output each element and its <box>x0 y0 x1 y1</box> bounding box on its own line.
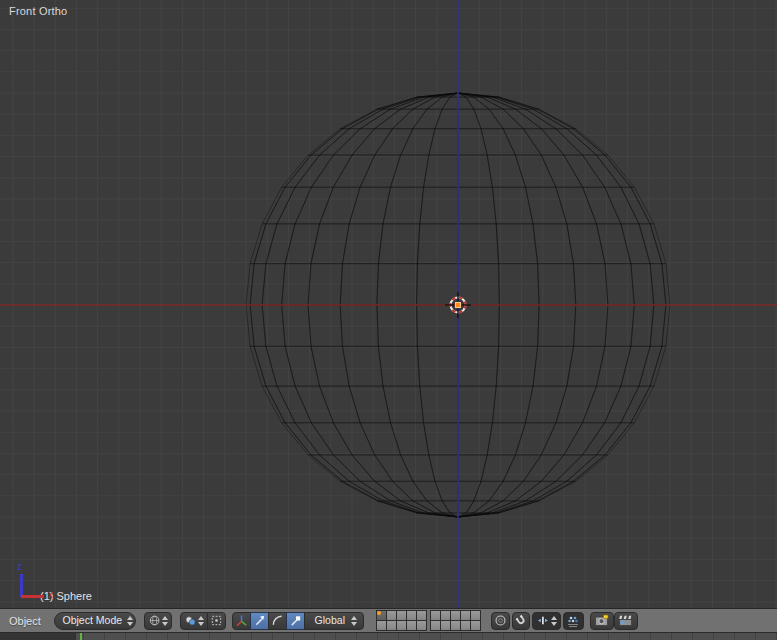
snap-target-button[interactable] <box>563 612 584 630</box>
layer-cell[interactable] <box>397 611 406 620</box>
snap-toggle-button[interactable] <box>512 612 530 630</box>
mode-dropdown-label: Object Mode <box>59 614 127 627</box>
camera-icon <box>594 614 609 627</box>
3d-viewport[interactable]: Front Ortho (1) Sphere z x <box>0 0 777 608</box>
layer-cell[interactable] <box>407 611 416 620</box>
layer-cell[interactable] <box>461 611 470 620</box>
layer-cell[interactable] <box>387 621 396 630</box>
timeline-strip[interactable] <box>0 633 777 640</box>
opengl-render-image-button[interactable] <box>590 612 614 630</box>
magnet-icon <box>515 614 527 627</box>
gizmo-x-axis <box>21 595 44 598</box>
layer-object-dot <box>377 611 381 615</box>
layer-cell[interactable] <box>471 611 480 620</box>
layer-cell[interactable] <box>417 611 426 620</box>
object-menu[interactable]: Object <box>9 615 41 627</box>
snap-element-dropdown[interactable] <box>532 612 561 630</box>
manipulator-translate-toggle[interactable] <box>250 612 269 630</box>
chevron-updown-icon <box>127 614 133 628</box>
snap-increment-icon <box>537 614 549 627</box>
scale-icon <box>289 614 302 627</box>
viewport-shading-dropdown[interactable] <box>144 612 172 630</box>
translate-arrow-icon <box>253 614 266 627</box>
layer-cell[interactable] <box>377 611 386 620</box>
layer-cell[interactable] <box>451 611 460 620</box>
viewport-canvas <box>0 0 777 612</box>
manipulator-axis-icon <box>235 614 248 627</box>
timeline-prerange <box>0 633 76 640</box>
manipulator-scale-toggle[interactable] <box>286 612 305 630</box>
blender-window: Front Ortho (1) Sphere z x Object Object… <box>0 0 777 640</box>
manipulator-rotate-toggle[interactable] <box>268 612 287 630</box>
layer-cell[interactable] <box>431 611 440 620</box>
chevron-updown-icon <box>350 614 359 628</box>
layer-cell[interactable] <box>471 621 480 630</box>
manipulate-center-points-toggle[interactable] <box>207 612 226 630</box>
layer-cell[interactable] <box>441 621 450 630</box>
gizmo-x-label: x <box>48 589 53 600</box>
layer-cell[interactable] <box>431 621 440 630</box>
snap-grid-ball-icon <box>566 614 580 628</box>
pivot-point-dropdown[interactable] <box>180 612 208 630</box>
viewport-shading-globe-icon <box>149 614 160 627</box>
layer-cell[interactable] <box>397 621 406 630</box>
manipulator-toggle[interactable] <box>232 612 251 630</box>
layer-cell[interactable] <box>417 621 426 630</box>
transform-orientation-dropdown[interactable]: Global <box>304 612 364 630</box>
chevron-updown-icon <box>550 614 558 628</box>
pivot-median-point-icon <box>185 614 196 627</box>
chevron-updown-icon <box>161 614 169 628</box>
chevron-updown-icon <box>197 614 205 628</box>
proportional-editing-button[interactable] <box>491 612 510 630</box>
orientation-label: Global <box>311 614 349 627</box>
rotate-arc-icon <box>271 614 284 627</box>
layer-cell[interactable] <box>441 611 450 620</box>
mini-axis-gizmo: z x <box>0 560 70 608</box>
layer-block <box>430 610 481 631</box>
manipulate-center-points-icon <box>210 614 223 627</box>
layer-cell[interactable] <box>377 621 386 630</box>
mode-dropdown[interactable]: Object Mode <box>54 612 136 630</box>
viewport-header: Object Object Mode <box>0 608 777 633</box>
layer-block <box>376 610 427 631</box>
layer-cell[interactable] <box>407 621 416 630</box>
opengl-render-anim-button[interactable] <box>614 612 638 630</box>
layer-cell[interactable] <box>461 621 470 630</box>
layer-cell[interactable] <box>387 611 396 620</box>
gizmo-z-axis <box>20 574 23 597</box>
proportional-editing-circle-icon <box>494 614 507 627</box>
gizmo-z-label: z <box>17 561 22 572</box>
clapperboard-icon <box>618 614 633 627</box>
timeline-playhead[interactable] <box>80 633 82 640</box>
layers-widget[interactable] <box>376 610 481 631</box>
layer-cell[interactable] <box>451 621 460 630</box>
view-name-overlay: Front Ortho <box>9 5 67 17</box>
